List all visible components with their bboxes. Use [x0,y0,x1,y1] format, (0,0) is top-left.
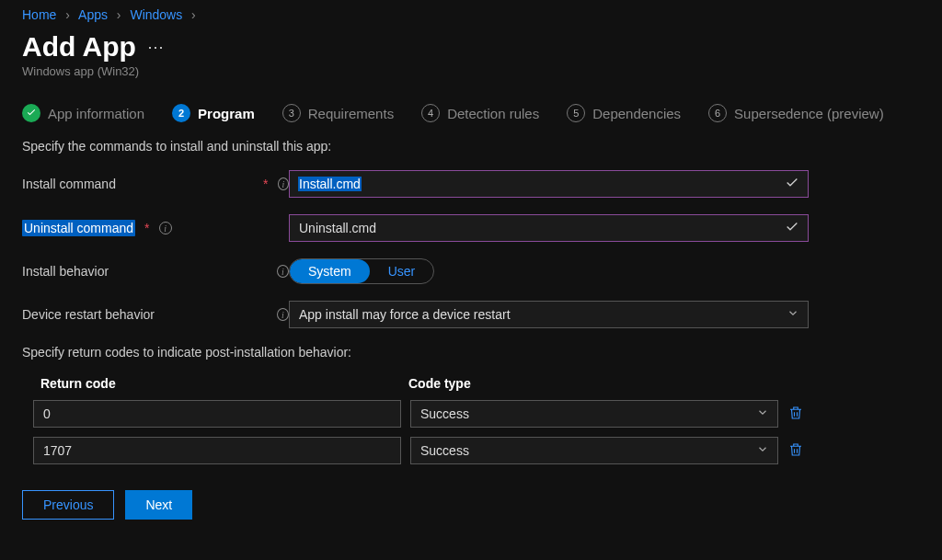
check-icon [785,220,799,237]
info-icon[interactable]: i [278,177,289,190]
page-title: Add App [22,31,136,63]
return-codes-instruction: Specify return codes to indicate post-in… [22,345,920,360]
tab-detection-rules[interactable]: 4 Detection rules [421,104,539,122]
tab-requirements[interactable]: 3 Requirements [282,104,394,122]
code-type-header: Code type [408,376,776,391]
chevron-right-icon: › [65,7,70,22]
table-row: Success [22,400,920,428]
instruction-text: Specify the commands to install and unin… [22,139,920,154]
chevron-right-icon: › [191,7,196,22]
step-number-icon: 3 [282,104,301,122]
trash-icon[interactable] [787,405,804,424]
tab-label: Dependencies [592,106,681,121]
code-type-select[interactable]: Success [410,437,778,464]
chevron-right-icon: › [117,7,121,22]
breadcrumb: Home › Apps › Windows › [22,7,920,22]
trash-icon[interactable] [787,441,804,461]
install-behavior-system[interactable]: System [290,259,370,283]
next-button[interactable]: Next [125,490,192,520]
uninstall-command-field[interactable] [289,214,809,242]
tab-label: Detection rules [447,106,539,121]
return-code-header: Return code [40,376,408,391]
required-icon: * [263,177,268,191]
return-codes-header: Return code Code type [22,376,920,391]
more-icon[interactable]: ⋯ [147,37,164,57]
check-icon [22,104,40,122]
code-type-select[interactable]: Success [410,400,778,428]
tab-app-information[interactable]: App information [22,104,144,122]
check-icon [785,176,799,193]
breadcrumb-windows[interactable]: Windows [130,7,182,22]
page-subtitle: Windows app (Win32) [22,64,920,78]
install-behavior-user[interactable]: User [370,259,434,283]
tab-label: Requirements [308,106,394,121]
return-code-input[interactable] [33,400,401,428]
tab-program[interactable]: 2 Program [172,104,255,122]
install-command-label: Install command [22,177,254,191]
uninstall-command-label: Uninstall command [22,220,135,236]
step-number-icon: 5 [567,104,585,122]
wizard-footer: Previous Next [22,490,920,520]
device-restart-select[interactable]: App install may force a device restart [289,301,809,328]
tab-label: App information [48,106,144,121]
breadcrumb-home[interactable]: Home [22,7,56,22]
step-number-icon: 6 [708,104,727,122]
info-icon[interactable]: i [277,308,289,321]
required-icon: * [144,221,149,235]
step-number-icon: 2 [172,104,190,122]
tab-label: Program [198,106,255,121]
info-icon[interactable]: i [159,222,172,234]
device-restart-label: Device restart behavior [22,307,268,322]
tab-label: Supersedence (preview) [734,106,884,121]
previous-button[interactable]: Previous [22,490,114,520]
tab-supersedence[interactable]: 6 Supersedence (preview) [708,104,884,122]
install-command-field[interactable]: Install.cmd [289,170,809,198]
wizard-tabs: App information 2 Program 3 Requirements… [22,104,920,122]
table-row: Success [22,437,920,464]
return-code-input[interactable] [33,437,401,464]
install-behavior-label: Install behavior [22,264,268,279]
breadcrumb-apps[interactable]: Apps [78,7,108,22]
info-icon[interactable]: i [277,265,289,278]
tab-dependencies[interactable]: 5 Dependencies [567,104,681,122]
step-number-icon: 4 [421,104,440,122]
install-behavior-toggle: System User [289,258,434,284]
